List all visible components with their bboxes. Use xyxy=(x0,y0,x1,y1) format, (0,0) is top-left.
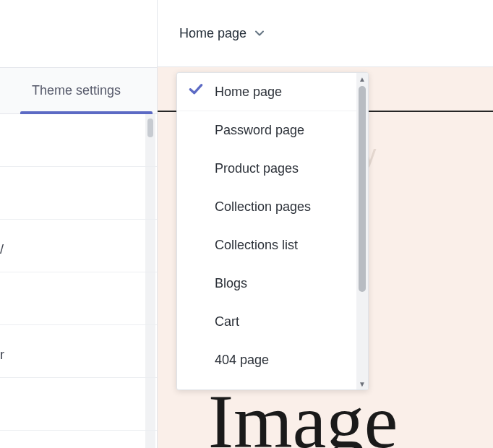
dropdown-item-label: Collections list xyxy=(215,238,298,253)
page-selector[interactable]: Home page xyxy=(179,26,265,41)
scroll-up-arrow-icon[interactable]: ▲ xyxy=(356,73,368,85)
editor-topbar: Home page xyxy=(158,0,493,67)
sidebar-item-label-fragment: / xyxy=(0,242,4,257)
sidebar-settings-item[interactable] xyxy=(0,378,157,431)
dropdown-item[interactable]: Blogs xyxy=(177,264,356,303)
sidebar-item-label-fragment: r xyxy=(0,348,4,363)
dropdown-item-label: Cart xyxy=(215,314,239,329)
tab-theme-settings-label: Theme settings xyxy=(0,83,121,98)
sidebar-settings-item[interactable] xyxy=(0,272,157,325)
sidebar-settings-list: /ria xyxy=(0,114,157,448)
sidebar-settings-item[interactable]: / xyxy=(0,220,157,272)
dropdown-item-label: Home page xyxy=(215,85,282,100)
dropdown-item-label: 404 page xyxy=(215,353,269,368)
dropdown-item[interactable]: 404 page xyxy=(177,341,356,379)
dropdown-item[interactable]: Cart xyxy=(177,303,356,341)
dropdown-item-label: Collection pages xyxy=(215,199,311,215)
chevron-down-icon xyxy=(254,27,265,39)
tab-theme-settings[interactable]: Theme settings xyxy=(0,67,157,114)
sidebar-settings-item[interactable] xyxy=(0,167,157,220)
dropdown-item-label: Password page xyxy=(215,123,304,138)
dropdown-item-label: Product pages xyxy=(215,161,299,176)
sidebar: Theme settings /ria xyxy=(0,0,158,448)
scroll-down-arrow-icon[interactable]: ▼ xyxy=(356,378,368,389)
dropdown-scrollbar[interactable]: ▲ ▼ xyxy=(356,73,368,389)
sidebar-settings-item[interactable]: ia xyxy=(0,431,157,448)
sidebar-header-blank xyxy=(0,0,157,67)
page-selector-dropdown: Home pagePassword pageProduct pagesColle… xyxy=(176,72,369,390)
dropdown-item[interactable]: Collections list xyxy=(177,226,356,264)
check-icon xyxy=(188,81,204,100)
dropdown-item[interactable]: Product pages xyxy=(177,150,356,188)
sidebar-settings-item[interactable] xyxy=(0,114,157,167)
dropdown-item-label: Blogs xyxy=(215,276,247,291)
dropdown-item[interactable]: Password page xyxy=(177,111,356,150)
dropdown-scrollbar-thumb[interactable] xyxy=(359,86,366,292)
dropdown-item[interactable]: Collection pages xyxy=(177,188,356,226)
sidebar-settings-item[interactable]: r xyxy=(0,325,157,378)
page-selector-label: Home page xyxy=(179,26,246,41)
dropdown-item[interactable]: Home page xyxy=(177,73,356,111)
